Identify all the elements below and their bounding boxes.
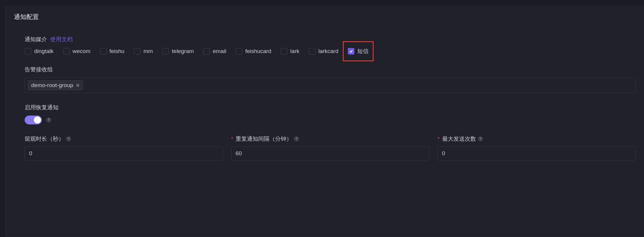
required-asterisk: * bbox=[231, 136, 233, 142]
required-asterisk: * bbox=[437, 136, 440, 142]
repeat-col: * 重复通知间隔（分钟） ? bbox=[231, 135, 429, 161]
media-option-label: feishucard bbox=[245, 48, 271, 55]
panel-body: 通知媒介 使用文档 dingtalkwecomfeishummtelegrame… bbox=[6, 28, 644, 168]
checkbox-mm[interactable] bbox=[134, 48, 140, 55]
repeat-label: 重复通知间隔（分钟） bbox=[236, 135, 292, 143]
media-option-wecom[interactable]: wecom bbox=[63, 48, 91, 55]
recovery-label-row: 启用恢复通知 bbox=[25, 104, 636, 111]
help-icon[interactable]: ? bbox=[66, 136, 71, 142]
media-doc-link[interactable]: 使用文档 bbox=[50, 36, 73, 43]
recv-group-label: 告警接收组 bbox=[25, 66, 53, 73]
checkmark-icon bbox=[349, 49, 353, 53]
media-option-telegram[interactable]: telegram bbox=[162, 48, 194, 55]
numeric-fields-row: 留观时长（秒） ? * 重复通知间隔（分钟） ? * 最大发送次数 ? bbox=[25, 135, 636, 161]
media-checkbox-row: dingtalkwecomfeishummtelegramemailfeishu… bbox=[25, 47, 636, 55]
media-option-label: dingtalk bbox=[34, 48, 54, 55]
checkbox-sms[interactable] bbox=[348, 48, 354, 55]
notification-config-panel: 通知配置 通知媒介 使用文档 dingtalkwecomfeishummtele… bbox=[5, 6, 644, 237]
media-option-mm[interactable]: mm bbox=[134, 48, 153, 55]
media-option-label: lark bbox=[290, 48, 299, 55]
panel-title: 通知配置 bbox=[14, 13, 636, 21]
checkbox-dingtalk[interactable] bbox=[25, 48, 31, 55]
checkbox-wecom[interactable] bbox=[63, 48, 70, 55]
maxsend-col: * 最大发送次数 ? bbox=[437, 135, 636, 161]
maxsend-label: 最大发送次数 bbox=[442, 135, 476, 143]
recovery-switch[interactable] bbox=[25, 116, 42, 124]
recv-group-tag[interactable]: demo-root-group bbox=[28, 80, 83, 90]
media-option-label: email bbox=[213, 48, 226, 55]
observe-input[interactable] bbox=[25, 146, 223, 161]
maxsend-input[interactable] bbox=[437, 146, 636, 161]
repeat-label-line: * 重复通知间隔（分钟） ? bbox=[231, 135, 429, 143]
media-option-email[interactable]: email bbox=[203, 48, 226, 55]
observe-label: 留观时长（秒） bbox=[25, 135, 64, 143]
switch-knob bbox=[34, 116, 41, 124]
highlight-box: 短信 bbox=[343, 41, 374, 61]
media-option-larkcard[interactable]: larkcard bbox=[309, 48, 339, 55]
recv-group-label-row: 告警接收组 bbox=[25, 66, 636, 73]
media-option-label: 短信 bbox=[357, 47, 369, 55]
media-option-label: larkcard bbox=[318, 48, 339, 55]
checkbox-telegram[interactable] bbox=[162, 48, 169, 55]
recovery-switch-row: ? bbox=[25, 116, 636, 124]
recovery-label: 启用恢复通知 bbox=[25, 104, 58, 111]
media-option-feishu[interactable]: feishu bbox=[100, 48, 125, 55]
checkbox-lark[interactable] bbox=[281, 48, 287, 55]
media-option-sms[interactable]: 短信 bbox=[348, 47, 369, 55]
media-option-label: feishu bbox=[110, 48, 125, 55]
media-label: 通知媒介 bbox=[25, 36, 47, 43]
checkbox-feishucard[interactable] bbox=[236, 48, 242, 55]
help-icon[interactable]: ? bbox=[478, 136, 483, 142]
checkbox-larkcard[interactable] bbox=[309, 48, 315, 55]
repeat-input[interactable] bbox=[231, 146, 429, 161]
help-icon[interactable]: ? bbox=[294, 136, 299, 142]
recv-group-select[interactable]: demo-root-group bbox=[25, 78, 636, 93]
media-option-feishucard[interactable]: feishucard bbox=[236, 48, 271, 55]
checkbox-email[interactable] bbox=[203, 48, 210, 55]
media-option-lark[interactable]: lark bbox=[281, 48, 299, 55]
maxsend-label-line: * 最大发送次数 ? bbox=[437, 135, 636, 143]
help-icon[interactable]: ? bbox=[46, 117, 51, 123]
close-icon[interactable] bbox=[76, 83, 80, 87]
media-option-label: telegram bbox=[172, 48, 194, 55]
media-option-label: mm bbox=[143, 48, 153, 55]
observe-label-line: 留观时长（秒） ? bbox=[25, 135, 223, 143]
media-option-label: wecom bbox=[73, 48, 91, 55]
tag-label: demo-root-group bbox=[31, 82, 73, 89]
media-label-row: 通知媒介 使用文档 bbox=[25, 36, 636, 43]
checkbox-feishu[interactable] bbox=[100, 48, 107, 55]
media-option-dingtalk[interactable]: dingtalk bbox=[25, 48, 54, 55]
observe-col: 留观时长（秒） ? bbox=[25, 135, 223, 161]
panel-header: 通知配置 bbox=[6, 6, 644, 28]
